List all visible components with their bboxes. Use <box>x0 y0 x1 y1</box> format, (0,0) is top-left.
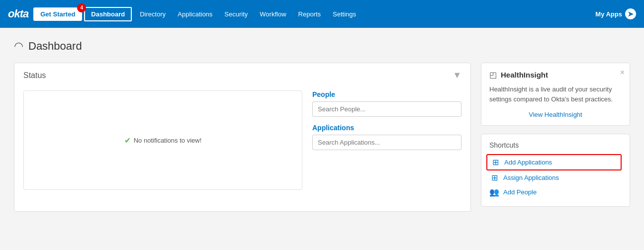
shortcuts-title: Shortcuts <box>489 141 622 149</box>
people-label: People <box>312 90 461 98</box>
nav-link-directory[interactable]: Directory <box>134 10 172 18</box>
applications-search-section: Applications <box>312 124 461 150</box>
my-apps-arrow-icon: ➤ <box>625 8 636 19</box>
dashboard-nav-button[interactable]: Dashboard <box>84 7 132 21</box>
page-title: Dashboard <box>28 40 82 53</box>
status-card-title: Status <box>23 71 46 80</box>
get-started-button[interactable]: Get Started 4 <box>33 7 82 21</box>
people-search-input[interactable] <box>312 101 461 117</box>
status-card-header: Status ▼ <box>14 63 470 85</box>
no-notifications-message: ✔ No notifications to view! <box>124 136 202 145</box>
assign-applications-shortcut[interactable]: ⊞ Assign Applications <box>489 170 622 185</box>
main-content: ◠ Dashboard Status ▼ ✔ No notifications … <box>0 28 644 224</box>
notifications-area: ✔ No notifications to view! <box>23 90 302 190</box>
nav-link-reports[interactable]: Reports <box>292 10 327 18</box>
shield-icon: ◰ <box>489 70 497 80</box>
health-insight-title: HealthInsight <box>501 71 548 79</box>
health-insight-header: ◰ HealthInsight <box>489 70 622 80</box>
add-person-icon: 👥 <box>489 187 499 197</box>
health-insight-card: ◰ HealthInsight × HealthInsight is a liv… <box>481 63 630 126</box>
nav-link-applications[interactable]: Applications <box>172 10 218 18</box>
okta-logo: okta <box>8 7 28 20</box>
assign-applications-icon: ⊞ <box>489 173 499 182</box>
add-applications-shortcut[interactable]: ⊞ Add Applications <box>486 154 622 170</box>
status-search-panel: People Applications <box>312 90 461 190</box>
shortcuts-section: Shortcuts ⊞ Add Applications ⊞ Assign Ap… <box>481 134 630 207</box>
page-title-row: ◠ Dashboard <box>14 40 630 53</box>
my-apps-button[interactable]: My Apps ➤ <box>595 8 636 19</box>
right-sidebar: ◰ HealthInsight × HealthInsight is a liv… <box>481 63 630 207</box>
applications-label: Applications <box>312 124 461 132</box>
status-card: Status ▼ ✔ No notifications to view! Peo… <box>14 63 471 212</box>
applications-search-input[interactable] <box>312 135 461 150</box>
dashboard-icon: ◠ <box>14 40 23 53</box>
check-circle-icon: ✔ <box>124 136 131 145</box>
status-collapse-icon[interactable]: ▼ <box>453 70 461 81</box>
nav-link-settings[interactable]: Settings <box>327 10 362 18</box>
people-search-section: People <box>312 90 461 117</box>
nav-link-workflow[interactable]: Workflow <box>254 10 292 18</box>
health-insight-close-button[interactable]: × <box>620 68 625 77</box>
view-health-insight-link[interactable]: View HealthInsight <box>489 111 622 118</box>
add-people-shortcut[interactable]: 👥 Add People <box>489 185 622 199</box>
health-insight-description: HealthInsight is a live audit of your se… <box>489 84 622 104</box>
notification-badge: 4 <box>77 3 86 12</box>
dashboard-layout: Status ▼ ✔ No notifications to view! Peo… <box>14 63 630 212</box>
nav-link-security[interactable]: Security <box>218 10 254 18</box>
status-card-body: ✔ No notifications to view! People Appli… <box>14 85 470 199</box>
add-applications-icon: ⊞ <box>490 158 500 167</box>
main-nav: okta Get Started 4 Dashboard Directory A… <box>0 0 644 28</box>
